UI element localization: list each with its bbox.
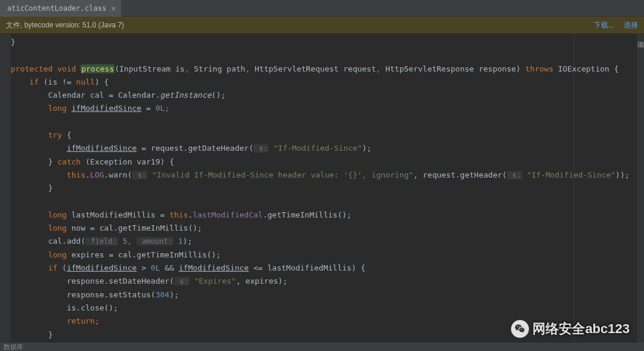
watermark: 网络安全abc123 xyxy=(511,320,630,338)
number: 304 xyxy=(156,290,169,299)
gutter-left xyxy=(0,33,11,343)
sig: String path xyxy=(189,64,245,73)
param-hint: s: xyxy=(507,171,522,179)
kw-long: long xyxy=(48,104,67,113)
string: "If-Modified-Since" xyxy=(274,144,363,153)
string: "Invalid If-Modified-Since header value:… xyxy=(152,170,413,179)
comma: , xyxy=(127,237,137,246)
code: .getTimeInMillis(); xyxy=(263,210,352,219)
kw-void: void xyxy=(57,64,76,73)
code: expires = cal.getTimeInMillis(); xyxy=(67,250,221,259)
code: ); xyxy=(362,144,371,153)
code-line: } xyxy=(11,38,16,46)
code: <= lastModifiedMillis) { xyxy=(249,263,366,272)
number: 0L xyxy=(156,104,165,113)
watermark-text: 网络安全abc123 xyxy=(532,320,630,338)
tab-label: aticContentLoader.class xyxy=(7,4,106,13)
param-hint: s: xyxy=(174,277,190,285)
code: now = cal.getTimeInMillis(); xyxy=(67,223,202,232)
sig: HttpServletRequest request xyxy=(250,64,376,73)
brace: } xyxy=(48,184,53,192)
code: response.setStatus( xyxy=(67,290,156,299)
code: )); xyxy=(615,170,629,179)
editor-pane[interactable]: 阅读 } protected void process(InputStream … xyxy=(0,33,644,343)
var: ifModifiedSince xyxy=(179,263,249,272)
kw-catch: catch xyxy=(57,157,80,166)
sig: (InputStream is xyxy=(114,64,184,73)
code: = xyxy=(141,104,155,113)
semi: ; xyxy=(165,104,169,113)
select-link[interactable]: 选择 xyxy=(624,20,638,30)
method-process: process xyxy=(80,64,114,73)
var: ifModifiedSince xyxy=(67,263,137,272)
field: lastModifiedCal xyxy=(193,210,262,219)
kw-protected: protected xyxy=(11,64,52,73)
code: Calendar cal = Calendar. xyxy=(48,91,160,100)
param-hint: s: xyxy=(253,144,269,153)
info-bar: 文件, bytecode version: 51.0 (Java 7) 下载..… xyxy=(0,17,644,33)
kw-try: try xyxy=(48,131,62,139)
kw-this: this xyxy=(67,170,85,179)
var: ifModifiedSince xyxy=(72,104,141,113)
gutter-right: 阅读 xyxy=(637,33,644,343)
code: ); xyxy=(183,237,193,246)
code: (Exception var19) { xyxy=(80,157,174,166)
var: ifModifiedSince xyxy=(67,144,137,153)
param-hint: field: xyxy=(85,237,118,246)
code: ( xyxy=(57,263,67,272)
string: "If-Modified-Since" xyxy=(527,170,615,179)
kw-if: if xyxy=(29,77,39,86)
code: = request.getDateHeader( xyxy=(137,144,253,153)
code: > xyxy=(137,263,150,272)
code: lastModifiedMillis = xyxy=(67,210,169,219)
param-hint: s: xyxy=(132,171,148,179)
code: && xyxy=(160,263,178,272)
kw-return: return xyxy=(67,316,95,325)
code: response.setDateHeader( xyxy=(67,277,174,285)
code: cal.add( xyxy=(48,237,86,246)
code: , request.getHeader( xyxy=(413,170,507,179)
reader-tab[interactable]: 阅读 xyxy=(636,33,644,36)
number: 0L xyxy=(151,263,160,272)
param-hint: amount: xyxy=(137,237,174,246)
status-text: 数据库 xyxy=(4,343,23,352)
string: "Expires" xyxy=(194,277,236,285)
kw-long: long xyxy=(48,210,67,219)
brace: { xyxy=(62,131,72,139)
kw-long: long xyxy=(48,250,67,259)
code: .warn( xyxy=(104,170,132,179)
file-tab[interactable]: aticContentLoader.class × xyxy=(0,0,121,17)
brace: } xyxy=(48,330,53,339)
sp xyxy=(67,104,72,113)
info-message: 文件, bytecode version: 51.0 (Java 7) xyxy=(6,20,124,30)
status-bar: 数据库 xyxy=(0,343,644,351)
code: (); xyxy=(212,91,225,100)
close-icon[interactable]: × xyxy=(111,4,116,13)
brace: } xyxy=(48,157,53,166)
download-link[interactable]: 下载... xyxy=(594,20,614,30)
kw-this: this xyxy=(169,210,188,219)
semi: ; xyxy=(95,316,100,325)
code-block: } protected void process(InputStream is,… xyxy=(11,36,636,341)
code: is.close(); xyxy=(67,303,118,312)
code: (is != xyxy=(39,77,76,86)
code: ) { xyxy=(95,77,109,86)
code: ); xyxy=(169,290,179,299)
static-method: getInstance xyxy=(160,91,211,100)
sig: IOException { xyxy=(553,64,619,73)
wechat-icon xyxy=(511,320,529,338)
sig: HttpServletResponse response) xyxy=(380,64,521,73)
field: LOG xyxy=(90,170,104,179)
tab-bar: aticContentLoader.class × xyxy=(0,0,644,17)
kw-null: null xyxy=(76,77,95,86)
number: 1 xyxy=(178,237,183,246)
dot: . xyxy=(85,170,90,179)
kw-throws: throws xyxy=(525,64,553,73)
kw-if: if xyxy=(48,263,58,272)
code: , expires); xyxy=(236,277,287,285)
kw-long: long xyxy=(48,223,67,232)
